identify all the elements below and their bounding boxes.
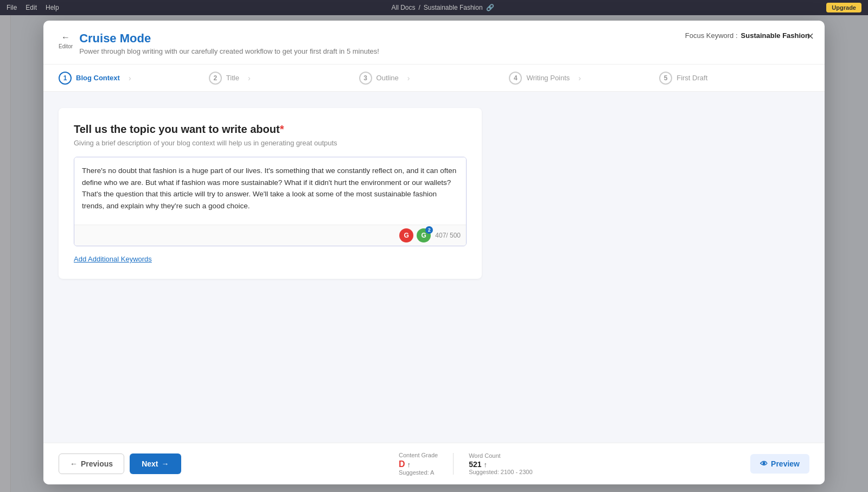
- blog-context-card: Tell us the topic you want to write abou…: [59, 108, 482, 279]
- editor-label: Editor: [59, 43, 73, 49]
- top-bar-right: Upgrade: [826, 3, 861, 12]
- word-count-label: Word Count: [469, 452, 501, 459]
- menu-help[interactable]: Help: [46, 4, 59, 11]
- step-2-chevron: ›: [248, 74, 251, 82]
- step-1-blog-context[interactable]: 1 Blog Context ›: [59, 72, 209, 85]
- footer-nav-buttons: ← Previous Next →: [59, 453, 181, 474]
- back-arrow-icon: ←: [61, 33, 70, 42]
- menu-file[interactable]: File: [7, 4, 17, 11]
- grade-badge: D: [399, 459, 405, 469]
- prev-icon: ←: [70, 459, 78, 468]
- blog-context-input[interactable]: [74, 157, 466, 222]
- modal-focus-keyword: Focus Keyword : Sustainable Fashion: [685, 31, 809, 40]
- modal-header-left: ← Editor Cruise Mode Power through blog …: [59, 31, 379, 55]
- top-bar: File Edit Help All Docs / Sustainable Fa…: [0, 0, 868, 15]
- step-2-title[interactable]: 2 Title ›: [209, 72, 359, 85]
- next-icon: →: [162, 459, 169, 468]
- breadcrumb: All Docs / Sustainable Fashion 🔗: [391, 4, 494, 11]
- breadcrumb-icon: 🔗: [486, 4, 494, 11]
- word-count-suggested: Suggested: 2100 - 2300: [469, 469, 532, 475]
- breadcrumb-alldocs[interactable]: All Docs: [391, 4, 415, 11]
- word-count-stat: Word Count 521 ↑ Suggested: 2100 - 2300: [469, 452, 532, 475]
- step-4-chevron: ›: [578, 74, 581, 82]
- step-5-label: First Draft: [676, 74, 707, 82]
- word-count-value: 521 ↑: [469, 460, 487, 469]
- step-3-label: Outline: [376, 74, 399, 82]
- content-grade-suggested: Suggested: A: [399, 469, 434, 476]
- textarea-footer: G G 2 407/ 500: [74, 225, 466, 246]
- modal-title-block: Cruise Mode Power through blog writing w…: [79, 31, 379, 55]
- step-2-circle: 2: [209, 72, 222, 85]
- word-count-arrow-icon: ↑: [484, 461, 488, 469]
- next-button[interactable]: Next →: [130, 453, 181, 474]
- editor-icons: G G 2: [399, 228, 431, 242]
- step-3-chevron: ›: [407, 74, 410, 82]
- step-2-label: Title: [226, 74, 239, 82]
- grammarcheck-icon[interactable]: G: [399, 228, 413, 242]
- content-grade-value: D ↑: [399, 459, 411, 469]
- modal-title: Cruise Mode: [79, 31, 379, 46]
- preview-label: Preview: [771, 459, 800, 468]
- breadcrumb-doc[interactable]: Sustainable Fashion: [424, 4, 483, 11]
- card-title: Tell us the topic you want to write abou…: [74, 123, 467, 136]
- previous-button[interactable]: ← Previous: [59, 453, 124, 474]
- word-count-number: 521: [469, 460, 481, 469]
- top-bar-menu-group: File Edit Help: [7, 4, 59, 11]
- upgrade-button[interactable]: Upgrade: [826, 3, 861, 12]
- step-3-circle: 3: [359, 72, 372, 85]
- content-grade-stat: Content Grade D ↑ Suggested: A: [399, 452, 438, 476]
- step-1-chevron: ›: [129, 74, 131, 82]
- modal-header: ← Editor Cruise Mode Power through blog …: [43, 21, 825, 65]
- content-grade-label: Content Grade: [399, 452, 438, 458]
- ai-assist-icon[interactable]: G 2: [417, 228, 431, 242]
- preview-button[interactable]: 👁 Preview: [750, 454, 809, 474]
- modal-overlay: ← Editor Cruise Mode Power through blog …: [0, 15, 868, 492]
- step-1-circle: 1: [59, 72, 72, 85]
- back-to-editor-button[interactable]: ← Editor: [59, 33, 73, 49]
- menu-edit[interactable]: Edit: [25, 4, 37, 11]
- steps-navigation: 1 Blog Context › 2 Title › 3 Outline ›: [43, 65, 825, 92]
- step-5-circle: 5: [659, 72, 672, 85]
- footer-stats: Content Grade D ↑ Suggested: A Word Coun…: [399, 452, 533, 476]
- card-description: Giving a brief description of your blog …: [74, 139, 467, 147]
- preview-eye-icon: 👁: [760, 459, 768, 468]
- step-5-first-draft[interactable]: 5 First Draft: [659, 72, 809, 85]
- step-4-label: Writing Points: [526, 74, 570, 82]
- step-1-label: Blog Context: [76, 74, 120, 82]
- breadcrumb-sep: /: [419, 4, 420, 11]
- cruise-mode-modal: ← Editor Cruise Mode Power through blog …: [43, 21, 825, 484]
- close-button[interactable]: ×: [807, 29, 814, 43]
- modal-footer: ← Previous Next → Content Grade D ↑ Sugg…: [43, 443, 825, 484]
- ai-badge: 2: [425, 226, 433, 234]
- prev-label: Previous: [81, 459, 113, 468]
- modal-body: Tell us the topic you want to write abou…: [43, 92, 825, 443]
- modal-subtitle: Power through blog writing with our care…: [79, 47, 379, 55]
- next-label: Next: [142, 459, 158, 468]
- grade-arrow-icon: ↑: [407, 461, 411, 469]
- textarea-wrapper: G G 2 407/ 500: [74, 157, 467, 246]
- focus-keyword-value: Sustainable Fashion: [741, 31, 809, 40]
- footer-divider: [453, 453, 454, 475]
- focus-keyword-label: Focus Keyword :: [685, 31, 738, 40]
- required-star: *: [280, 123, 284, 135]
- add-keywords-link[interactable]: Add Additional Keywords: [74, 255, 152, 263]
- step-4-writing-points[interactable]: 4 Writing Points ›: [509, 72, 659, 85]
- char-count: 407/ 500: [435, 232, 461, 239]
- step-4-circle: 4: [509, 72, 522, 85]
- step-3-outline[interactable]: 3 Outline ›: [359, 72, 509, 85]
